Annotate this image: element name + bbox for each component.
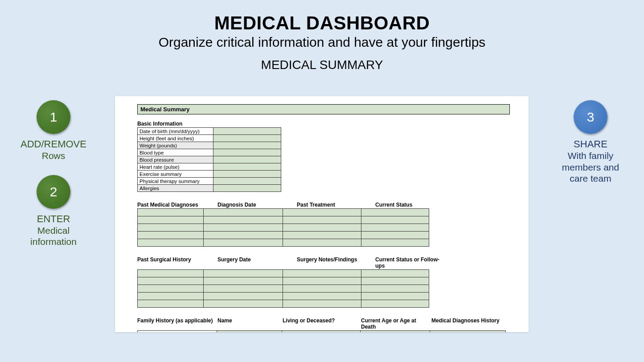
table-cell[interactable]: [283, 232, 361, 239]
header-col: Medical Diagnoses History: [431, 317, 507, 330]
header-col: Current Status or Follow-ups: [375, 256, 443, 269]
table-cell[interactable]: [138, 239, 204, 247]
basic-value[interactable]: [213, 156, 281, 163]
table-cell[interactable]: [204, 293, 283, 300]
step-2: 2 ENTER Medical information: [13, 175, 94, 248]
family-table: Parent 1: [137, 330, 506, 332]
basic-value[interactable]: [213, 171, 281, 178]
table-cell[interactable]: [361, 270, 429, 277]
header-col: Surgery Notes/Findings: [297, 256, 375, 269]
basic-value[interactable]: [213, 128, 281, 135]
basic-label: Allergies: [138, 185, 213, 192]
table-cell[interactable]: [361, 232, 429, 239]
table-cell[interactable]: [138, 270, 204, 277]
basic-value[interactable]: [213, 178, 281, 185]
table-cell[interactable]: [361, 216, 429, 224]
header-col: Diagnosis Date: [217, 202, 297, 208]
table-cell[interactable]: [283, 277, 361, 285]
table-cell[interactable]: [283, 293, 361, 300]
table-cell[interactable]: [204, 277, 283, 285]
table-cell[interactable]: [361, 293, 429, 300]
basic-value[interactable]: [213, 135, 281, 142]
table-cell[interactable]: [283, 285, 361, 293]
table-cell[interactable]: [283, 209, 361, 216]
table-cell[interactable]: [361, 239, 429, 247]
header-col: Living or Deceased?: [283, 317, 361, 330]
table-cell[interactable]: [430, 331, 506, 333]
table-cell[interactable]: [138, 224, 204, 232]
table-cell[interactable]: [361, 331, 430, 333]
table-cell[interactable]: [204, 239, 283, 247]
step-3-desc-3: care team: [550, 173, 631, 184]
table-cell[interactable]: [283, 270, 361, 277]
table-cell[interactable]: [138, 209, 204, 216]
table-cell[interactable]: [361, 277, 429, 285]
basic-value[interactable]: [213, 185, 281, 192]
header-col: Current Status: [375, 202, 443, 208]
table-cell[interactable]: [204, 232, 283, 239]
table-cell[interactable]: [361, 224, 429, 232]
table-cell[interactable]: [204, 300, 283, 308]
family-row-label: Parent 1: [138, 331, 217, 333]
table-cell[interactable]: [283, 216, 361, 224]
step-3-desc-1: With family: [550, 150, 631, 161]
surgical-headers: Past Surgical History Surgery Date Surge…: [137, 256, 513, 269]
diagnoses-headers: Past Medical Diagnoses Diagnosis Date Pa…: [137, 202, 513, 208]
step-1-title: ADD/REMOVE: [13, 138, 94, 150]
table-cell[interactable]: [361, 285, 429, 293]
step-2-desc-2: information: [13, 236, 94, 247]
step-2-desc-1: Medical: [13, 225, 94, 236]
diagnoses-table: [137, 208, 429, 247]
table-cell[interactable]: [217, 331, 282, 333]
step-3: 3 SHARE With family members and care tea…: [550, 100, 631, 184]
step-1-desc: Rows: [13, 150, 94, 161]
table-cell[interactable]: [361, 209, 429, 216]
page-title: MEDICAL DASHBOARD: [0, 12, 644, 34]
basic-value[interactable]: [213, 142, 281, 149]
step-3-title: SHARE: [550, 138, 631, 150]
table-cell[interactable]: [138, 293, 204, 300]
basic-info-heading: Basic Information: [137, 121, 513, 127]
surgical-table: [137, 269, 429, 308]
table-cell[interactable]: [138, 216, 204, 224]
left-steps-panel: 1 ADD/REMOVE Rows 2 ENTER Medical inform…: [13, 100, 94, 260]
table-cell[interactable]: [204, 224, 283, 232]
basic-label: Weight (pounds): [138, 142, 213, 149]
basic-label: Height (feet and inches): [138, 135, 213, 142]
step-1: 1 ADD/REMOVE Rows: [13, 100, 94, 162]
table-cell[interactable]: [204, 285, 283, 293]
family-headers: Family History (as applicable) Name Livi…: [137, 317, 513, 330]
basic-value[interactable]: [213, 163, 281, 171]
basic-label: Physical therapy summary: [138, 178, 213, 185]
table-cell[interactable]: [138, 232, 204, 239]
table-cell[interactable]: [138, 277, 204, 285]
header-col: Surgery Date: [217, 256, 297, 269]
table-cell[interactable]: [138, 285, 204, 293]
basic-label: Blood pressure: [138, 156, 213, 163]
table-cell[interactable]: [204, 209, 283, 216]
basic-label: Exercise summary: [138, 171, 213, 178]
step-1-circle: 1: [37, 100, 70, 134]
table-cell[interactable]: [283, 239, 361, 247]
step-3-circle: 3: [574, 100, 607, 134]
table-cell[interactable]: [282, 331, 361, 333]
step-2-circle: 2: [37, 175, 70, 209]
basic-info-table: Date of birth (mm/dd/yyyy) Height (feet …: [137, 127, 281, 192]
table-cell[interactable]: [361, 300, 429, 308]
header-col: Name: [217, 317, 283, 330]
header-col: Past Treatment: [297, 202, 375, 208]
basic-value[interactable]: [213, 149, 281, 156]
header-col: Past Medical Diagnoses: [137, 202, 217, 208]
table-cell[interactable]: [204, 270, 283, 277]
sheet-banner: Medical Summary: [137, 104, 510, 114]
right-steps-panel: 3 SHARE With family members and care tea…: [550, 100, 631, 197]
basic-label: Blood type: [138, 149, 213, 156]
header-col: Past Surgical History: [137, 256, 217, 269]
table-cell[interactable]: [283, 300, 361, 308]
step-2-title: ENTER: [13, 213, 94, 225]
table-cell[interactable]: [204, 216, 283, 224]
table-cell[interactable]: [283, 224, 361, 232]
step-3-desc-2: members and: [550, 162, 631, 173]
table-cell[interactable]: [138, 300, 204, 308]
page-subtitle: Organize critical information and have a…: [0, 35, 644, 50]
